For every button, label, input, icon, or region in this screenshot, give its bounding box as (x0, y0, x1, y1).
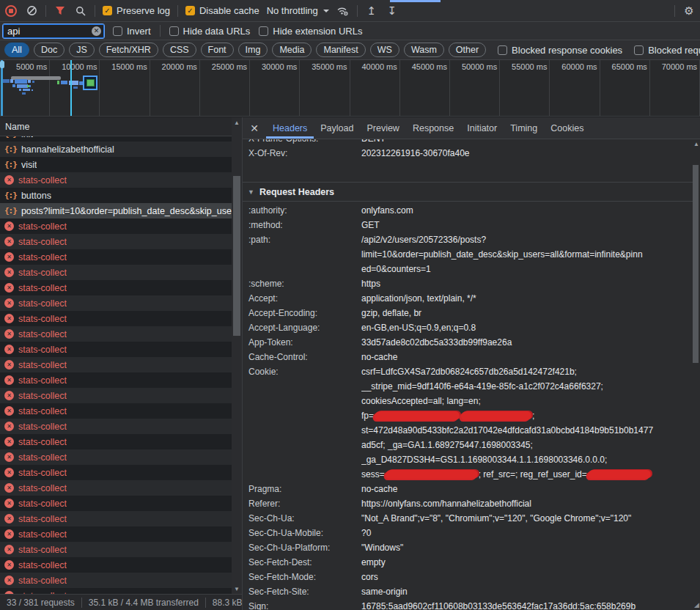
chip-css[interactable]: CSS (163, 43, 196, 57)
request-row[interactable]: ✕stats-collect (0, 372, 242, 388)
chip-doc[interactable]: Doc (34, 43, 65, 57)
request-row[interactable]: ✕stats-collect (0, 434, 242, 449)
network-overview[interactable]: 5000 ms10000 ms15000 ms20000 ms25000 ms3… (0, 60, 700, 117)
chip-other[interactable]: Other (449, 43, 486, 57)
scrollbar-thumb[interactable] (233, 176, 240, 336)
tab-headers[interactable]: Headers (266, 117, 314, 139)
filter-toggle-button[interactable] (54, 4, 67, 18)
request-row[interactable]: ✕stats-collect (0, 542, 242, 557)
preserve-log-checkbox[interactable]: ✓ Preserve log (103, 5, 170, 16)
clear-filter-icon[interactable]: ✕ (92, 26, 101, 36)
header-value-line: st=472d48a90d5433bfc2a2d17042e4dfdcafd31… (361, 423, 693, 438)
chip-js[interactable]: JS (69, 43, 95, 57)
network-conditions-button[interactable] (336, 4, 350, 18)
request-row[interactable]: ✕stats-collect (0, 480, 242, 496)
request-name: stats-collect (18, 375, 67, 386)
settings-button[interactable]: ⚙ (682, 4, 696, 18)
request-row[interactable]: ✕stats-collect (0, 280, 242, 295)
throttling-dropdown[interactable]: No throttling (267, 5, 329, 16)
record-button[interactable] (4, 4, 18, 18)
request-row[interactable]: {:}hannahelizabethofficial (0, 142, 242, 157)
chip-fetch-xhr[interactable]: Fetch/XHR (99, 43, 158, 57)
tab-cookies[interactable]: Cookies (544, 117, 590, 139)
request-row[interactable]: ✕stats-collect (0, 557, 242, 573)
request-row[interactable]: ✕stats-collect (0, 326, 242, 342)
details-scrollbar[interactable]: ▲ (693, 139, 700, 610)
request-headers-section[interactable]: ▼ Request Headers (243, 182, 693, 202)
chip-media[interactable]: Media (272, 43, 312, 57)
hide-data-urls-checkbox[interactable]: ✓ Hide data URLs (169, 26, 251, 37)
import-har-button[interactable]: ↥ (365, 4, 378, 18)
request-row[interactable]: ✕stats-collect (0, 218, 242, 234)
section-title: Request Headers (259, 187, 334, 197)
filter-input[interactable] (3, 24, 104, 38)
export-har-button[interactable]: ↧ (386, 4, 399, 18)
chip-manifest[interactable]: Manifest (316, 43, 365, 57)
chip-all[interactable]: All (4, 43, 29, 57)
chip-ws[interactable]: WS (370, 43, 399, 57)
overview-left-handle[interactable] (1, 60, 3, 117)
tab-initiator[interactable]: Initiator (460, 117, 504, 139)
tab-payload[interactable]: Payload (314, 117, 360, 139)
header-row: Sec-Ch-Ua-Mobile:?0 (243, 526, 693, 540)
resources-size: 88.3 kB (205, 598, 242, 608)
request-row[interactable]: ✕stats-collect (0, 419, 242, 434)
scroll-up-icon[interactable]: ▲ (693, 139, 699, 148)
request-row[interactable]: ✕stats-collect (0, 342, 242, 357)
request-row[interactable]: ✕stats-collect (0, 388, 242, 403)
request-row[interactable]: ✕stats-collect (0, 249, 242, 265)
request-row[interactable]: {:}visit (0, 157, 242, 172)
close-details-button[interactable]: ✕ (246, 117, 263, 139)
chip-font[interactable]: Font (201, 43, 234, 57)
scrollbar-thumb[interactable] (693, 165, 699, 363)
hide-extension-urls-checkbox[interactable]: ✓ Hide extension URLs (259, 26, 362, 37)
timeline-tick-label: 55000 ms (512, 62, 547, 71)
request-row[interactable]: ✕stats-collect (0, 449, 242, 465)
scroll-down-icon[interactable]: ▼ (234, 584, 240, 594)
header-value-line: "Not_A Brand";v="8", "Chromium";v="120",… (361, 511, 693, 526)
search-button[interactable] (74, 4, 87, 18)
request-row[interactable]: ✕stats-collect (0, 526, 242, 542)
header-row: :path:/api2/v2/users/20572336/posts?limi… (243, 232, 693, 276)
tab-timing[interactable]: Timing (504, 117, 544, 139)
request-list-scrollbar[interactable]: ▲ ▼ (232, 117, 242, 594)
request-row[interactable]: ✕stats-collect (0, 295, 242, 311)
invert-checkbox[interactable]: ✓ Invert (113, 26, 151, 37)
tab-response[interactable]: Response (406, 117, 460, 139)
request-row[interactable]: {:}buttons (0, 188, 242, 203)
disable-cache-checkbox[interactable]: ✓ Disable cache (185, 5, 259, 16)
request-row[interactable]: {:}init (0, 136, 242, 142)
name-column-header[interactable]: Name (0, 117, 242, 136)
request-name: stats-collect (18, 406, 67, 416)
scroll-up-icon[interactable]: ▲ (234, 117, 240, 128)
header-value-line: gzip, deflate, br (361, 306, 693, 320)
chip-img[interactable]: Img (238, 43, 268, 57)
request-row[interactable]: ✕stats-collect (0, 573, 242, 588)
checkbox-blocked-response-cookies[interactable]: ✓Blocked response cookies (498, 45, 622, 56)
request-name: stats-collect (18, 268, 67, 278)
header-row: Sec-Fetch-Site:same-origin (243, 584, 693, 599)
timeline-tick-label: 60000 ms (561, 62, 597, 71)
close-icon: ✕ (250, 122, 259, 134)
request-name: stats-collect (18, 452, 67, 463)
request-row[interactable]: ✕stats-collect (0, 465, 242, 480)
request-row[interactable]: ✕stats-collect (0, 234, 242, 249)
tab-preview[interactable]: Preview (360, 117, 405, 139)
request-name: stats-collect (18, 560, 67, 570)
overview-left-grip[interactable] (0, 61, 4, 68)
request-row[interactable]: ✕stats-collect (0, 172, 242, 188)
request-list-panel: Name {:}init{:}hannahelizabethofficial{:… (0, 117, 242, 610)
chip-wasm[interactable]: Wasm (404, 43, 444, 57)
request-row[interactable]: ✕stats-collect (0, 265, 242, 280)
request-row[interactable]: {:}posts?limit=10&order=publish_date_des… (0, 203, 242, 218)
request-row[interactable]: ✕stats-collect (0, 511, 242, 526)
request-row[interactable]: ✕stats-collect (0, 403, 242, 419)
request-row[interactable]: ✕stats-collect (0, 588, 242, 594)
request-row[interactable]: ✕stats-collect (0, 357, 242, 372)
request-row[interactable]: ✕stats-collect (0, 311, 242, 326)
header-value: "Not_A Brand";v="8", "Chromium";v="120",… (361, 511, 693, 526)
value-text: gzip, deflate, br (361, 308, 421, 318)
clear-button[interactable] (25, 4, 38, 18)
request-row[interactable]: ✕stats-collect (0, 496, 242, 511)
checkbox-blocked-requests[interactable]: ✓Blocked requests (634, 45, 700, 56)
